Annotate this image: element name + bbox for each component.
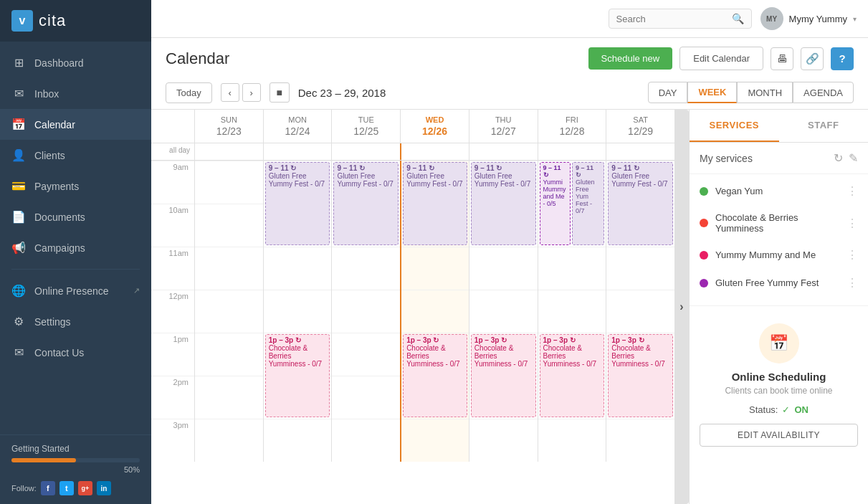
allday-row: all day [151,143,674,161]
allday-cell-fri [538,143,606,160]
help-button[interactable]: ? [831,47,854,70]
sidebar-item-inbox[interactable]: ✉ Inbox [0,78,151,109]
edit-calendar-button[interactable]: Edit Calendar [679,47,763,70]
page-title: Calendar [166,49,229,68]
sidebar-logo: v cita [0,0,151,42]
sidebar-item-label: Clients [34,150,65,161]
status-on-value: ON [794,404,809,415]
status-row: Status: ✓ ON [700,404,858,415]
user-info[interactable]: MY Mymy Yummy ▾ [760,7,857,30]
event-mon-gluten[interactable]: 9 – 11 ↻ Gluten Free Yummy Fest - 0/7 [265,162,330,245]
time-gutter-header [151,110,194,143]
sidebar-item-label: Online Presence [34,285,109,297]
prev-arrow[interactable]: ‹ [221,83,239,102]
service-more-gluten[interactable]: ⋮ [846,276,858,290]
service-item-gluten-free[interactable]: Gluten Free Yummy Fest ⋮ [690,269,868,297]
refresh-icon[interactable]: ↻ [834,151,843,165]
search-input[interactable] [616,14,726,24]
search-box[interactable]: 🔍 [609,9,752,29]
print-button[interactable]: 🖶 [771,47,793,70]
event-fri-mummy[interactable]: 9 – 11 ↻ Yummi Mummy and Me - 0/5 [540,162,571,245]
social-follow: Follow: f t g+ in [11,481,140,495]
panel-divider [690,305,868,306]
day-col-mon: 9 – 11 ↻ Gluten Free Yummy Fest - 0/7 1p… [263,161,332,462]
event-sat-gluten[interactable]: 9 – 11 ↻ Gluten Free Yummy Fest - 0/7 [608,162,673,245]
social-linkedin[interactable]: in [97,481,111,495]
service-more-choc[interactable]: ⋮ [846,217,858,230]
service-item-yummy-mummy[interactable]: Yummy Mummy and Me ⋮ [690,241,868,269]
sidebar-item-label: Dashboard [34,57,84,69]
sidebar-bottom: Getting Started 50% Follow: f t g+ in [0,434,151,504]
dashboard-icon: ⊞ [11,56,26,70]
service-dot-gluten [700,279,708,287]
sidebar-item-label: Calendar [34,119,75,130]
event-wed-gluten[interactable]: 9 – 11 ↻ Gluten Free Yummy Fest - 0/7 [403,162,467,245]
event-wed-choc[interactable]: 1p – 3p ↻ Chocolate & Berries Yumminess … [403,334,467,417]
event-fri-choc[interactable]: 1p – 3p ↻ Chocolate & Berries Yumminess … [540,334,605,417]
campaigns-icon: 📢 [11,241,26,255]
today-button[interactable]: Today [166,82,212,103]
logo-name: cita [39,11,66,30]
day-header-sat: Sat 12/29 [606,110,674,143]
event-thu-choc[interactable]: 1p – 3p ↻ Chocolate & Berries Yumminess … [471,334,536,417]
day-header-tue: Tue 12/25 [331,110,400,143]
service-item-vegan-yum[interactable]: Vegan Yum ⋮ [690,177,868,205]
panel-slide-handle[interactable]: › [674,110,689,504]
share-button[interactable]: 🔗 [801,47,824,70]
view-month[interactable]: MONTH [737,82,793,103]
service-more-vegan[interactable]: ⋮ [846,184,858,198]
sidebar-item-calendar[interactable]: 📅 Calendar [0,109,151,140]
sidebar-item-label: Campaigns [34,242,85,254]
calendar-area: Calendar Schedule new Edit Calendar 🖶 🔗 … [151,38,868,504]
day-header-thu: Thu 12/27 [469,110,538,143]
event-tue-gluten[interactable]: 9 – 11 ↻ Gluten Free Yummy Fest - 0/7 [333,162,399,245]
next-arrow[interactable]: › [242,83,261,102]
date-picker-icon[interactable]: ■ [270,82,290,103]
tab-staff[interactable]: STAFF [779,110,869,142]
allday-cell-mon [263,143,332,160]
inbox-icon: ✉ [11,87,26,100]
time-3pm: 3pm [151,419,194,462]
event-sat-choc[interactable]: 1p – 3p ↻ Chocolate & Berries Yumminess … [608,334,673,417]
service-item-choc-berries[interactable]: Chocolate & Berries Yumminess ⋮ [690,205,868,241]
view-day[interactable]: DAY [648,82,688,103]
schedule-new-button[interactable]: Schedule new [588,47,673,70]
tab-services[interactable]: SERVICES [690,110,779,142]
progress-bar [11,458,140,462]
edit-icon[interactable]: ✎ [849,151,858,165]
user-dropdown-arrow: ▾ [853,15,857,23]
view-buttons: DAY WEEK MONTH AGENDA [648,82,854,103]
time-body: 9am 10am 11am 12pm 1pm 2pm 3pm [151,161,674,462]
view-week[interactable]: WEEK [687,82,737,103]
view-agenda[interactable]: AGENDA [793,82,854,103]
day-col-wed: 9 – 11 ↻ Gluten Free Yummy Fest - 0/7 1p… [400,161,469,462]
event-mon-choc[interactable]: 1p – 3p ↻ Chocolate & Berries Yumminess … [265,334,330,417]
sidebar-item-campaigns[interactable]: 📢 Campaigns [0,232,151,263]
social-facebook[interactable]: f [41,481,55,495]
event-fri-gluten[interactable]: 9 – 11 ↻ Gluten Free Yum Fest - 0/7 [572,162,604,245]
calendar-content: Sun 12/23 Mon 12/24 Tue 12/25 Wed 12/26 [151,110,868,504]
sidebar-item-online-presence[interactable]: 🌐 Online Presence ↗ [0,275,151,306]
user-avatar: MY [760,7,783,30]
online-scheduling: 📅 ↗ Online Scheduling Clients can book t… [690,312,868,458]
logo-letter: v [19,14,26,27]
avatar-initials: MY [766,15,777,23]
social-google-plus[interactable]: g+ [78,481,92,495]
sidebar-item-dashboard[interactable]: ⊞ Dashboard [0,47,151,78]
edit-availability-button[interactable]: EDIT AVAILABILITY [700,424,858,447]
sidebar-item-clients[interactable]: 👤 Clients [0,140,151,171]
social-twitter[interactable]: t [59,481,74,495]
sidebar-item-payments[interactable]: 💳 Payments [0,171,151,201]
sidebar-item-documents[interactable]: 📄 Documents [0,201,151,232]
event-thu-gluten[interactable]: 9 – 11 ↻ Gluten Free Yummy Fest - 0/7 [471,162,536,245]
day-col-sun [194,161,263,462]
calendar-grid: Sun 12/23 Mon 12/24 Tue 12/25 Wed 12/26 [151,110,674,504]
service-more-mummy[interactable]: ⋮ [846,248,858,262]
panel-header-title: My services [700,153,753,164]
sidebar-divider [11,269,140,270]
day-col-tue: 9 – 11 ↻ Gluten Free Yummy Fest - 0/7 [331,161,400,462]
panel-header-icons: ↻ ✎ [834,151,858,165]
day-header-fri: Fri 12/28 [538,110,606,143]
sidebar-item-contact-us[interactable]: ✉ Contact Us [0,337,151,368]
sidebar-item-settings[interactable]: ⚙ Settings [0,306,151,337]
